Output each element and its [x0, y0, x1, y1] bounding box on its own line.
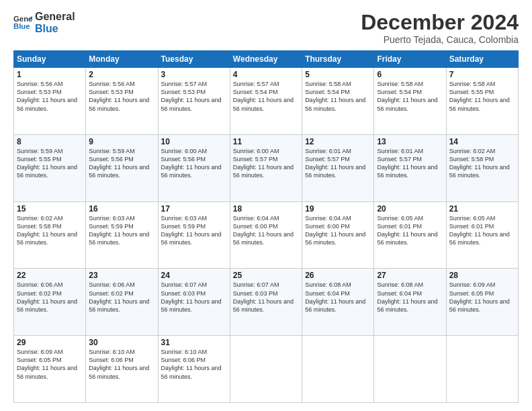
- calendar-cell: 7 Sunrise: 5:58 AMSunset: 5:55 PMDayligh…: [446, 68, 518, 135]
- calendar-cell: 29 Sunrise: 6:09 AMSunset: 6:05 PMDaylig…: [14, 336, 86, 403]
- calendar-cell: 21 Sunrise: 6:05 AMSunset: 6:01 PMDaylig…: [446, 201, 518, 269]
- calendar-cell: 20 Sunrise: 6:05 AMSunset: 6:01 PMDaylig…: [374, 201, 446, 269]
- day-info: Sunrise: 6:08 AMSunset: 6:04 PMDaylight:…: [305, 281, 365, 312]
- day-info: Sunrise: 6:03 AMSunset: 5:59 PMDaylight:…: [161, 215, 222, 246]
- calendar-week-3: 15 Sunrise: 6:02 AMSunset: 5:58 PMDaylig…: [14, 201, 519, 269]
- logo-icon: General Blue: [13, 13, 32, 32]
- calendar-cell: 6 Sunrise: 5:58 AMSunset: 5:54 PMDayligh…: [374, 68, 446, 135]
- day-number: 22: [17, 271, 83, 280]
- day-number: 1: [17, 70, 83, 79]
- calendar-cell: 9 Sunrise: 5:59 AMSunset: 5:56 PMDayligh…: [86, 134, 158, 201]
- day-info: Sunrise: 6:00 AMSunset: 5:56 PMDaylight:…: [161, 148, 222, 179]
- location: Puerto Tejada, Cauca, Colombia: [361, 34, 519, 45]
- calendar-week-5: 29 Sunrise: 6:09 AMSunset: 6:05 PMDaylig…: [14, 336, 519, 403]
- calendar-cell: 10 Sunrise: 6:00 AMSunset: 5:56 PMDaylig…: [158, 134, 230, 201]
- calendar-cell: 16 Sunrise: 6:03 AMSunset: 5:59 PMDaylig…: [86, 201, 158, 269]
- calendar-cell: [446, 336, 518, 403]
- col-header-tuesday: Tuesday: [158, 51, 230, 68]
- calendar-cell: 5 Sunrise: 5:58 AMSunset: 5:54 PMDayligh…: [302, 68, 374, 135]
- day-info: Sunrise: 6:03 AMSunset: 5:59 PMDaylight:…: [89, 215, 149, 246]
- day-info: Sunrise: 5:58 AMSunset: 5:54 PMDaylight:…: [305, 81, 365, 111]
- day-info: Sunrise: 5:56 AMSunset: 5:53 PMDaylight:…: [89, 81, 149, 111]
- day-number: 24: [161, 271, 227, 280]
- calendar-cell: 11 Sunrise: 6:00 AMSunset: 5:57 PMDaylig…: [230, 134, 302, 201]
- day-number: 27: [377, 271, 443, 280]
- day-info: Sunrise: 6:09 AMSunset: 6:05 PMDaylight:…: [449, 281, 510, 312]
- day-info: Sunrise: 6:04 AMSunset: 6:00 PMDaylight:…: [233, 215, 294, 246]
- col-header-saturday: Saturday: [446, 51, 518, 68]
- day-number: 5: [305, 70, 371, 79]
- day-number: 25: [233, 271, 299, 280]
- day-number: 28: [449, 271, 515, 280]
- day-info: Sunrise: 6:07 AMSunset: 6:03 PMDaylight:…: [233, 281, 294, 312]
- day-info: Sunrise: 6:05 AMSunset: 6:01 PMDaylight:…: [449, 215, 510, 246]
- calendar-cell: 27 Sunrise: 6:08 AMSunset: 6:04 PMDaylig…: [374, 269, 446, 336]
- day-info: Sunrise: 6:00 AMSunset: 5:57 PMDaylight:…: [233, 148, 294, 179]
- day-number: 23: [89, 271, 154, 280]
- day-info: Sunrise: 6:06 AMSunset: 6:02 PMDaylight:…: [89, 281, 149, 312]
- day-info: Sunrise: 6:10 AMSunset: 6:06 PMDaylight:…: [89, 349, 149, 379]
- calendar-cell: 26 Sunrise: 6:08 AMSunset: 6:04 PMDaylig…: [302, 269, 374, 336]
- day-info: Sunrise: 6:01 AMSunset: 5:57 PMDaylight:…: [305, 148, 365, 179]
- calendar-cell: 14 Sunrise: 6:02 AMSunset: 5:58 PMDaylig…: [446, 134, 518, 201]
- logo-line2: Blue: [35, 23, 75, 35]
- col-header-sunday: Sunday: [14, 51, 86, 68]
- day-number: 9: [89, 137, 154, 146]
- calendar-week-1: 1 Sunrise: 5:56 AMSunset: 5:53 PMDayligh…: [14, 68, 519, 135]
- day-number: 17: [161, 204, 227, 214]
- day-info: Sunrise: 6:09 AMSunset: 6:05 PMDaylight:…: [17, 349, 77, 379]
- calendar-cell: 24 Sunrise: 6:07 AMSunset: 6:03 PMDaylig…: [158, 269, 230, 336]
- calendar-cell: 28 Sunrise: 6:09 AMSunset: 6:05 PMDaylig…: [446, 269, 518, 336]
- calendar-cell: 22 Sunrise: 6:06 AMSunset: 6:02 PMDaylig…: [14, 269, 86, 336]
- day-number: 19: [305, 204, 371, 214]
- day-number: 21: [449, 204, 515, 214]
- calendar-cell: 13 Sunrise: 6:01 AMSunset: 5:57 PMDaylig…: [374, 134, 446, 201]
- day-number: 8: [17, 137, 83, 146]
- svg-text:Blue: Blue: [13, 21, 30, 30]
- day-number: 20: [377, 204, 443, 214]
- col-header-wednesday: Wednesday: [230, 51, 302, 68]
- day-info: Sunrise: 5:57 AMSunset: 5:54 PMDaylight:…: [233, 81, 294, 111]
- calendar-week-4: 22 Sunrise: 6:06 AMSunset: 6:02 PMDaylig…: [14, 269, 519, 336]
- day-number: 15: [17, 204, 83, 214]
- calendar-cell: [374, 336, 446, 403]
- day-info: Sunrise: 6:10 AMSunset: 6:06 PMDaylight:…: [161, 349, 222, 379]
- day-info: Sunrise: 5:56 AMSunset: 5:53 PMDaylight:…: [17, 81, 77, 111]
- day-number: 16: [89, 204, 154, 214]
- logo-line1: General: [35, 11, 75, 23]
- calendar-table: SundayMondayTuesdayWednesdayThursdayFrid…: [13, 50, 519, 403]
- day-info: Sunrise: 6:08 AMSunset: 6:04 PMDaylight:…: [377, 281, 437, 312]
- logo: General Blue General Blue: [13, 11, 75, 34]
- calendar-cell: 8 Sunrise: 5:59 AMSunset: 5:55 PMDayligh…: [14, 134, 86, 201]
- calendar-cell: 4 Sunrise: 5:57 AMSunset: 5:54 PMDayligh…: [230, 68, 302, 135]
- day-info: Sunrise: 5:58 AMSunset: 5:55 PMDaylight:…: [449, 81, 510, 111]
- col-header-thursday: Thursday: [302, 51, 374, 68]
- month-title: December 2024: [361, 11, 519, 34]
- calendar-cell: 23 Sunrise: 6:06 AMSunset: 6:02 PMDaylig…: [86, 269, 158, 336]
- day-info: Sunrise: 5:57 AMSunset: 5:53 PMDaylight:…: [161, 81, 222, 111]
- col-header-monday: Monday: [86, 51, 158, 68]
- calendar-cell: 1 Sunrise: 5:56 AMSunset: 5:53 PMDayligh…: [14, 68, 86, 135]
- day-info: Sunrise: 6:07 AMSunset: 6:03 PMDaylight:…: [161, 281, 222, 312]
- day-info: Sunrise: 6:02 AMSunset: 5:58 PMDaylight:…: [17, 215, 77, 246]
- calendar-cell: 18 Sunrise: 6:04 AMSunset: 6:00 PMDaylig…: [230, 201, 302, 269]
- day-number: 3: [161, 70, 227, 79]
- calendar-cell: 19 Sunrise: 6:04 AMSunset: 6:00 PMDaylig…: [302, 201, 374, 269]
- calendar-cell: 3 Sunrise: 5:57 AMSunset: 5:53 PMDayligh…: [158, 68, 230, 135]
- header: General Blue General Blue December 2024 …: [13, 11, 519, 45]
- calendar-cell: 17 Sunrise: 6:03 AMSunset: 5:59 PMDaylig…: [158, 201, 230, 269]
- col-header-friday: Friday: [374, 51, 446, 68]
- calendar-cell: 30 Sunrise: 6:10 AMSunset: 6:06 PMDaylig…: [86, 336, 158, 403]
- calendar-week-2: 8 Sunrise: 5:59 AMSunset: 5:55 PMDayligh…: [14, 134, 519, 201]
- calendar-cell: 25 Sunrise: 6:07 AMSunset: 6:03 PMDaylig…: [230, 269, 302, 336]
- day-number: 29: [17, 338, 83, 347]
- calendar-cell: [230, 336, 302, 403]
- day-number: 7: [449, 70, 515, 79]
- day-number: 12: [305, 137, 371, 146]
- calendar-header-row: SundayMondayTuesdayWednesdayThursdayFrid…: [14, 51, 519, 68]
- day-number: 10: [161, 137, 227, 146]
- day-info: Sunrise: 6:06 AMSunset: 6:02 PMDaylight:…: [17, 281, 77, 312]
- day-info: Sunrise: 6:01 AMSunset: 5:57 PMDaylight:…: [377, 148, 437, 179]
- day-info: Sunrise: 6:04 AMSunset: 6:00 PMDaylight:…: [305, 215, 365, 246]
- day-number: 4: [233, 70, 299, 79]
